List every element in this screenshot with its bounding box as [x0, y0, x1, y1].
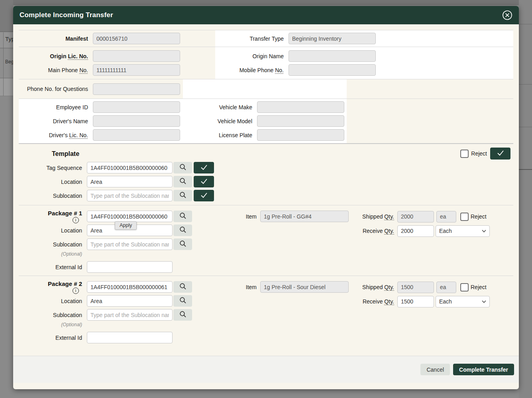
template-tag-apply-button[interactable]: [194, 162, 214, 173]
background-grid-line: [3, 32, 4, 96]
vehicle-make-label: Vehicle Make: [183, 104, 252, 110]
dialog-title: Complete Incoming Transfer: [20, 11, 113, 19]
template-reject-apply-button[interactable]: [490, 148, 510, 160]
package-1-location-label: Location: [19, 227, 82, 234]
main-phone-field: [93, 64, 180, 76]
phone-questions-field: [93, 83, 180, 95]
package-2-shipped-qty-field: [397, 282, 434, 293]
search-icon: [179, 310, 187, 319]
complete-incoming-transfer-dialog: Complete Incoming Transfer Manifest: [13, 6, 519, 389]
template-sublocation-apply-button[interactable]: [194, 190, 214, 201]
check-icon: [200, 164, 208, 171]
package-2-tag-lookup-button[interactable]: [173, 281, 192, 293]
package-2-title: Package # 2: [48, 280, 82, 287]
background-toolbar-fragment: [0, 0, 13, 32]
check-icon: [200, 178, 208, 185]
employee-id-field: [93, 101, 180, 113]
origin-lic-label: Origin Lic. No.: [19, 53, 88, 59]
background-right-strip: [519, 0, 532, 398]
template-tag-lookup-button[interactable]: [173, 162, 192, 173]
driver-vehicle-section: Employee ID Driver's Name Driver's Lic. …: [19, 99, 513, 143]
package-2-tag-input[interactable]: [87, 281, 173, 293]
tag-sequence-label: Tag Sequence: [19, 165, 82, 171]
info-icon[interactable]: i: [73, 217, 79, 223]
package-1-tag-input[interactable]: [87, 211, 173, 222]
dialog-body: Manifest Transfer Type Origin Lic. No.: [13, 24, 519, 383]
close-icon[interactable]: [502, 10, 512, 20]
template-sublocation-input[interactable]: [87, 190, 173, 201]
package-1-sublocation-optional-note: (Optional): [19, 251, 82, 257]
package-2-shipped-qty-label: Shipped Qty.: [361, 284, 394, 290]
origin-lic-field: [93, 50, 180, 62]
package-1-receive-uom-select[interactable]: Each: [436, 225, 490, 237]
mobile-phone-label: Mobile Phone No.: [215, 67, 284, 73]
package-2-receive-qty-input[interactable]: [397, 296, 434, 307]
package-1-sublocation-lookup-button[interactable]: [173, 238, 192, 250]
package-2-reject-label: Reject: [471, 284, 487, 290]
template-reject-checkbox[interactable]: [460, 150, 469, 158]
package-1-receive-qty-input[interactable]: [397, 225, 434, 237]
background-grid-line: [519, 127, 532, 127]
drivers-name-field: [93, 115, 180, 127]
package-1-external-id-input[interactable]: [87, 261, 173, 273]
search-icon: [179, 191, 187, 200]
package-1-item-field: [260, 211, 349, 222]
template-sublocation-lookup-button[interactable]: [173, 190, 192, 201]
vehicle-model-label: Vehicle Model: [183, 118, 252, 124]
package-2-sublocation-lookup-button[interactable]: [173, 309, 192, 321]
cancel-button[interactable]: Cancel: [420, 364, 450, 375]
origin-name-field: [289, 50, 376, 62]
origin-row: Origin Lic. No. Main Phone No. Origin Na…: [19, 47, 513, 79]
template-reject-label: Reject: [471, 150, 487, 157]
background-grid-line: [519, 169, 532, 170]
package-1-shipped-qty-label: Shipped Qty.: [361, 213, 394, 220]
search-icon: [179, 212, 187, 221]
package-1-reject-checkbox[interactable]: [460, 213, 469, 221]
template-location-input[interactable]: [87, 176, 173, 187]
package-2-external-id-label: External Id: [19, 335, 82, 341]
package-1-sublocation-input[interactable]: [87, 238, 173, 250]
check-icon: [497, 150, 505, 157]
mobile-phone-field: [289, 64, 376, 76]
template-sublocation-label: Sublocation: [19, 193, 82, 199]
template-tag-sequence-input[interactable]: [87, 162, 173, 173]
package-2-reject-checkbox[interactable]: [460, 283, 469, 292]
package-2-location-input[interactable]: [87, 295, 173, 307]
package-1-location-lookup-button[interactable]: [173, 225, 192, 236]
dialog-titlebar: Complete Incoming Transfer: [13, 6, 519, 24]
transfer-type-field: [289, 33, 376, 44]
package-2-location-lookup-button[interactable]: [173, 295, 192, 307]
phone-questions-label: Phone No. for Questions: [19, 86, 88, 92]
template-location-apply-button[interactable]: [194, 176, 214, 187]
template-heading: Template: [52, 150, 513, 158]
package-1-tag-lookup-button[interactable]: [173, 211, 192, 222]
package-2-sublocation-optional-note: (Optional): [19, 322, 82, 327]
search-icon: [179, 163, 187, 172]
package-2-sublocation-label: Sublocation: [19, 312, 82, 318]
search-icon: [179, 240, 187, 249]
phone-questions-row: Phone No. for Questions: [19, 79, 513, 99]
package-2-receive-uom-select[interactable]: Each: [436, 296, 490, 307]
complete-transfer-button[interactable]: Complete Transfer: [453, 364, 514, 375]
search-icon: [179, 177, 187, 186]
package-1-receive-qty-label: Receive Qty.: [361, 228, 394, 234]
chevron-down-icon: [482, 230, 486, 232]
background-grid-line: [519, 84, 532, 85]
apply-tooltip: Apply: [115, 221, 137, 230]
drivers-lic-label: Driver's Lic. No.: [19, 132, 88, 138]
package-2-external-id-input[interactable]: [87, 332, 173, 343]
package-2-receive-qty-label: Receive Qty.: [361, 298, 394, 305]
template-location-label: Location: [19, 179, 82, 185]
vehicle-model-field: [257, 115, 344, 127]
info-icon[interactable]: i: [73, 288, 79, 294]
origin-name-label: Origin Name: [215, 53, 284, 59]
package-2-section: Package # 2 i Location Sublocation: [19, 276, 513, 346]
template-location-lookup-button[interactable]: [173, 176, 192, 187]
background-table-header-fragment: Typ: [0, 32, 13, 48]
drivers-lic-field: [93, 129, 180, 141]
package-1-shipped-qty-field: [397, 211, 434, 223]
search-icon: [179, 282, 187, 292]
package-2-sublocation-input[interactable]: [87, 309, 173, 321]
license-plate-label: License Plate: [183, 132, 252, 138]
manifest-section: Manifest Transfer Type Origin Lic. No.: [19, 30, 513, 79]
